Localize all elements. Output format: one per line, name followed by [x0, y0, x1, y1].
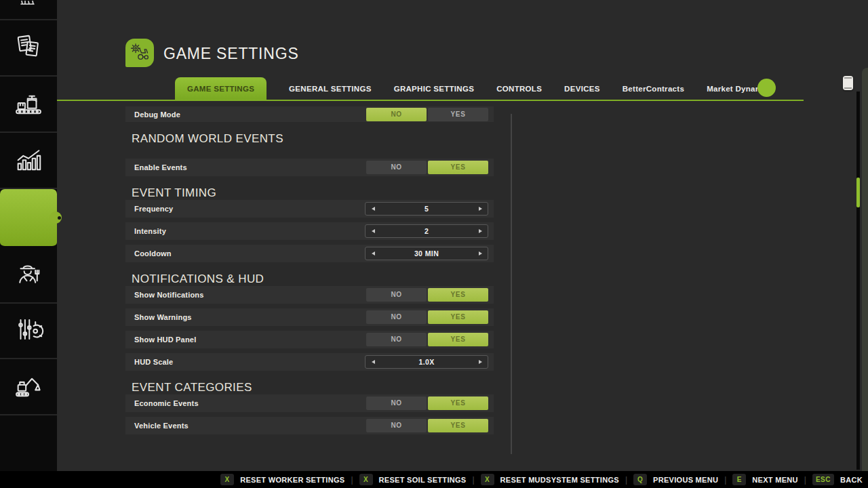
spinner-hud-scale: 1.0X	[365, 355, 488, 369]
toggle-enable-events: NOYES	[366, 161, 488, 174]
sidebar-item-statistics[interactable]	[0, 133, 57, 189]
arrow-right-icon[interactable]	[473, 203, 488, 215]
arrow-left-icon[interactable]	[366, 247, 380, 260]
separator: |	[472, 475, 474, 485]
yes-button[interactable]: YES	[428, 419, 488, 432]
yes-button[interactable]: YES	[428, 108, 488, 121]
setting-label: Frequency	[134, 205, 173, 213]
arrow-left-icon[interactable]	[366, 356, 380, 368]
sidebar-item-empty[interactable]	[0, 415, 57, 471]
setting-label: Show HUD Panel	[134, 336, 196, 344]
separator: |	[625, 475, 627, 485]
no-button[interactable]: NO	[366, 108, 427, 121]
sidebar-item-settings[interactable]	[0, 189, 57, 247]
setting-label: HUD Scale	[134, 358, 173, 366]
setting-row-economic-events: Economic EventsNOYES	[125, 394, 494, 412]
selected-indicator	[50, 211, 62, 224]
setting-row-cooldown: Cooldown30 MIN	[125, 245, 494, 262]
key-badge: Q	[633, 474, 647, 485]
yes-button[interactable]: YES	[428, 310, 488, 324]
tab-label: GRAPHIC SETTINGS	[394, 85, 475, 93]
arrow-right-icon[interactable]	[473, 247, 488, 260]
no-button[interactable]: NO	[366, 333, 427, 346]
right-edge-panel	[862, 68, 868, 471]
setting-row-debug-mode: Debug ModeNOYES	[125, 106, 494, 122]
settings-scrollbar-track[interactable]	[511, 114, 512, 454]
arrow-left-icon[interactable]	[366, 203, 380, 215]
yes-button[interactable]: YES	[428, 288, 488, 302]
no-button[interactable]: NO	[366, 310, 427, 324]
tab-controls[interactable]: CONTROLS	[496, 77, 542, 100]
setting-label: Show Warnings	[134, 313, 192, 321]
no-button[interactable]: NO	[366, 419, 427, 432]
game-settings-screen: GAME SETTINGS GAME SETTINGSGENERAL SETTI…	[0, 0, 868, 488]
key-badge: ESC	[812, 474, 834, 485]
sidebar-item-tuning[interactable]	[0, 304, 57, 359]
sidebar-item-production[interactable]	[0, 77, 57, 133]
construction-icon	[13, 370, 44, 404]
key-badge: X	[220, 474, 234, 485]
keybind-reset-worker-settings[interactable]: XRESET WORKER SETTINGS	[220, 474, 344, 485]
setting-row-show-warnings: Show WarningsNOYES	[125, 308, 494, 326]
settings-panel: Debug ModeNOYESRANDOM WORLD EVENTSEnable…	[125, 105, 494, 439]
tab-general-settings[interactable]: GENERAL SETTINGS	[289, 77, 372, 100]
spinner-value: 5	[366, 203, 488, 215]
scrollbar-thumb[interactable]	[856, 178, 860, 207]
arrow-left-icon[interactable]	[366, 225, 380, 237]
tab-devices[interactable]: DEVICES	[564, 77, 600, 100]
keybind-reset-mudsystem-settings[interactable]: XRESET MUDSYSTEM SETTINGS	[481, 474, 619, 485]
keybind-reset-soil-settings[interactable]: XRESET SOIL SETTINGS	[359, 474, 467, 485]
spinner-cooldown: 30 MIN	[365, 247, 488, 260]
toggle-show-hud-panel: NOYES	[366, 333, 488, 346]
sidebar-item-construction[interactable]	[0, 359, 57, 415]
tab-underline	[57, 100, 804, 101]
yes-button[interactable]: YES	[428, 333, 488, 346]
yes-button[interactable]: YES	[428, 161, 488, 174]
setting-row-intensity: Intensity2	[125, 222, 494, 240]
key-badge: E	[732, 474, 746, 485]
sidebar	[0, 0, 57, 471]
keybind-bar: XRESET WORKER SETTINGS|XRESET SOIL SETTI…	[0, 471, 868, 488]
keybind-label: BACK	[840, 476, 863, 484]
spinner-frequency: 5	[365, 202, 488, 216]
section-title-notifications-hud: NOTIFICATIONS & HUD	[132, 272, 494, 286]
arrow-right-icon[interactable]	[473, 356, 488, 368]
sidebar-item-farmer[interactable]	[0, 247, 57, 304]
tab-market-dynamics[interactable]: Market Dynamics	[707, 77, 774, 100]
yes-button[interactable]: YES	[428, 396, 488, 410]
tab-graphic-settings[interactable]: GRAPHIC SETTINGS	[394, 77, 475, 100]
sidebar-item-contracts[interactable]	[0, 20, 57, 77]
no-button[interactable]: NO	[366, 161, 427, 174]
production-icon	[13, 87, 44, 121]
spinner-value: 1.0X	[366, 356, 488, 368]
tab-bar: GAME SETTINGSGENERAL SETTINGSGRAPHIC SET…	[175, 77, 774, 100]
farmer-icon	[13, 258, 44, 292]
setting-row-show-notifications: Show NotificationsNOYES	[125, 286, 494, 304]
arrow-right-icon[interactable]	[473, 225, 488, 237]
no-button[interactable]: NO	[366, 396, 427, 410]
keybind-previous-menu[interactable]: QPREVIOUS MENU	[633, 474, 718, 485]
tab-game-settings[interactable]: GAME SETTINGS	[175, 77, 267, 100]
tab-label: DEVICES	[564, 85, 600, 93]
setting-label: Intensity	[134, 227, 166, 235]
spinner-value: 30 MIN	[366, 247, 488, 260]
page-title: GAME SETTINGS	[163, 45, 299, 63]
sidebar-item-top-partial[interactable]	[0, 0, 57, 20]
page-scrollbar[interactable]	[856, 92, 860, 470]
separator: |	[351, 475, 353, 485]
setting-row-frequency: Frequency5	[125, 200, 494, 218]
no-button[interactable]: NO	[366, 288, 427, 302]
keybind-back[interactable]: ESCBACK	[812, 474, 863, 485]
setting-label: Show Notifications	[134, 291, 204, 299]
keybind-label: PREVIOUS MENU	[653, 476, 718, 484]
setting-label: Debug Mode	[134, 110, 180, 119]
setting-label: Enable Events	[134, 163, 187, 171]
keybind-next-menu[interactable]: ENEXT MENU	[732, 474, 797, 485]
tab-bettercontracts[interactable]: BetterContracts	[623, 77, 684, 100]
tractor-gear-icon	[128, 41, 151, 64]
toggle-debug-mode: NOYES	[366, 108, 488, 121]
separator: |	[724, 475, 726, 485]
key-badge: X	[359, 474, 373, 485]
keybind-label: RESET MUDSYSTEM SETTINGS	[500, 476, 619, 484]
setting-row-hud-scale: HUD Scale1.0X	[125, 353, 494, 371]
